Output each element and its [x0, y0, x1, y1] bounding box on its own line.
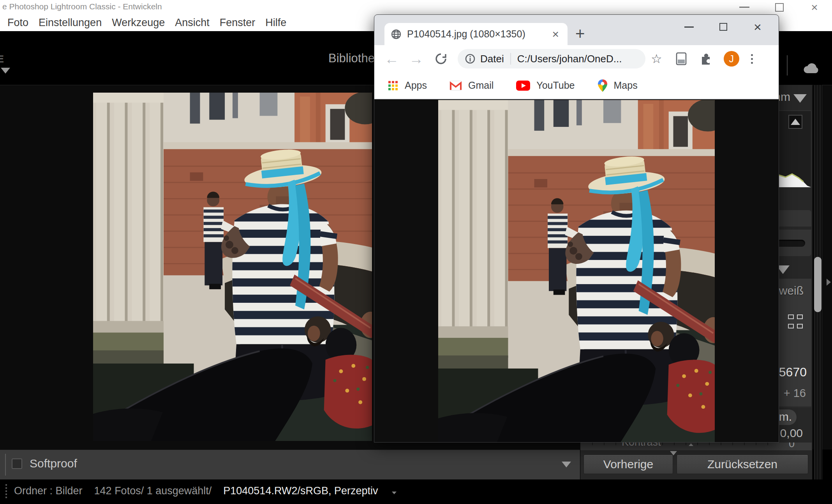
- maximize-icon: [719, 23, 727, 31]
- grid-square: [788, 324, 794, 328]
- chrome-content: [374, 99, 779, 443]
- chrome-photo-venice-gondolier[interactable]: [438, 100, 715, 443]
- maximize-icon: [775, 3, 784, 12]
- current-file-info[interactable]: P1040514.RW2/sRGB, Perzeptiv: [223, 485, 378, 497]
- panel-show-arrow-icon[interactable]: [827, 279, 831, 286]
- slider-ticks: [592, 443, 778, 445]
- bookmarks-bar: Apps Gmail YouTube: [374, 72, 779, 99]
- bookmark-label: Maps: [614, 80, 638, 91]
- minimize-icon: [684, 26, 694, 28]
- contrast-label: Kontrast: [622, 443, 661, 448]
- clipping-arrow-icon: [791, 119, 800, 125]
- menu-fenster[interactable]: Fenster: [215, 17, 261, 29]
- slider-thumb-icon[interactable]: [689, 443, 693, 446]
- omnibox-separator: [510, 53, 511, 65]
- bookmark-label: YouTube: [536, 80, 575, 91]
- lr-close-button[interactable]: ×: [797, 0, 832, 14]
- bookmark-gmail[interactable]: Gmail: [449, 80, 494, 91]
- highlight-clipping-button[interactable]: [788, 115, 802, 129]
- reset-button[interactable]: Zurücksetzen: [677, 455, 808, 474]
- new-tab-button[interactable]: +: [575, 26, 585, 41]
- panel-scrollbar[interactable]: [814, 257, 821, 312]
- minimize-icon: [739, 7, 749, 8]
- bookmark-label: Apps: [405, 80, 427, 91]
- lr-window-controls: ×: [727, 0, 832, 14]
- url-scheme: Datei: [480, 53, 504, 65]
- softproof-checkbox[interactable]: [12, 458, 22, 469]
- page-info-icon[interactable]: [465, 53, 476, 64]
- chrome-window: P1040514.jpg (1080×1350) × + × ← →: [374, 14, 779, 443]
- chrome-tab[interactable]: P1040514.jpg (1080×1350) ×: [384, 23, 568, 45]
- profile-avatar[interactable]: J: [724, 51, 739, 67]
- module-bibliothek[interactable]: Bibliothek: [328, 51, 374, 65]
- grid-square: [788, 314, 794, 319]
- screen: e Photoshop Lightroom Classic - Entwicke…: [0, 0, 832, 504]
- grid-square: [797, 314, 803, 319]
- left-panel-edge-glyph: E: [0, 54, 4, 65]
- back-button[interactable]: ←: [384, 52, 399, 66]
- lr-maximize-button[interactable]: [762, 0, 797, 14]
- toolbar-divider: [5, 454, 6, 476]
- menu-werkzeuge[interactable]: Werkzeuge: [107, 17, 170, 29]
- bookmark-maps[interactable]: Maps: [598, 79, 638, 92]
- softproof-label: Softproof: [30, 457, 77, 470]
- cloud-sync-icon[interactable]: [802, 61, 821, 76]
- grid-square: [797, 324, 803, 328]
- menu-foto[interactable]: Foto: [2, 17, 33, 29]
- bookmark-apps[interactable]: Apps: [388, 80, 427, 91]
- chrome-tabstrip: P1040514.jpg (1080×1350) × + ×: [374, 15, 779, 45]
- selection-count: 142 Fotos/ 1 ausgewählt/: [94, 485, 212, 497]
- chrome-maximize-button[interactable]: [706, 23, 740, 31]
- apps-grid-icon: [388, 80, 398, 91]
- chrome-minimize-button[interactable]: [672, 26, 706, 28]
- reload-button[interactable]: [434, 52, 448, 65]
- temp-value[interactable]: 5670: [779, 365, 807, 379]
- toolbar-actions: J: [675, 51, 753, 67]
- chrome-window-controls: ×: [672, 15, 775, 39]
- lr-minimize-button[interactable]: [727, 0, 762, 14]
- bookmark-label: Gmail: [468, 80, 494, 91]
- chrome-menu-icon[interactable]: [751, 54, 753, 64]
- filmstrip-handle[interactable]: [5, 484, 7, 499]
- lr-toolbar: Softproof: [0, 450, 580, 479]
- menu-ansicht[interactable]: Ansicht: [170, 17, 215, 29]
- contrast-value: 0: [789, 443, 795, 450]
- left-panel-collapse-icon[interactable]: [1, 68, 10, 74]
- menu-einstellungen[interactable]: Einstellungen: [33, 17, 107, 29]
- tint-value[interactable]: + 16: [784, 387, 806, 400]
- extensions-puzzle-icon[interactable]: [699, 52, 712, 65]
- globe-icon: [391, 29, 402, 40]
- close-icon: ×: [754, 19, 761, 35]
- tab-title: P1040514.jpg (1080×1350): [407, 28, 550, 40]
- youtube-icon: [516, 81, 530, 91]
- contrast-slider-row[interactable]: Kontrast 0: [580, 443, 812, 450]
- chrome-close-button[interactable]: ×: [740, 19, 775, 35]
- gmail-icon: [449, 81, 462, 91]
- chrome-toolbar: ← → Datei C:/Users/johan/OneD... ☆: [374, 45, 779, 72]
- bookmark-star-icon[interactable]: ☆: [651, 51, 662, 66]
- forward-button[interactable]: →: [409, 52, 423, 66]
- histogram-collapse-icon[interactable]: [793, 94, 807, 103]
- module-picker[interactable]: Bibliothek: [328, 51, 374, 65]
- previous-button[interactable]: Vorherige: [583, 455, 673, 474]
- maps-pin-icon: [598, 79, 608, 92]
- tab-close-button[interactable]: ×: [550, 28, 561, 41]
- folder-breadcrumb[interactable]: Ordner : Bilder: [14, 485, 83, 497]
- reading-list-icon[interactable]: [675, 52, 687, 66]
- url-text[interactable]: C:/Users/johan/OneD...: [517, 53, 638, 65]
- lr-photo-venice-gondolier[interactable]: [93, 93, 372, 441]
- menu-hilfe[interactable]: Hilfe: [260, 17, 291, 29]
- close-icon: ×: [811, 2, 818, 13]
- lr-window-title: e Photoshop Lightroom Classic - Entwicke…: [2, 2, 162, 11]
- profile-browser-icon[interactable]: [788, 313, 803, 330]
- bookmark-youtube[interactable]: YouTube: [516, 80, 575, 91]
- file-info-dropdown-icon[interactable]: [392, 492, 397, 494]
- exposure-value[interactable]: 0,00: [780, 427, 803, 440]
- address-bar[interactable]: Datei C:/Users/johan/OneD...: [458, 49, 645, 68]
- lr-statusbar: Ordner : Bilder 142 Fotos/ 1 ausgewählt/…: [0, 479, 832, 504]
- lr-titlebar: e Photoshop Lightroom Classic - Entwicke…: [0, 0, 832, 14]
- toolbar-options-icon[interactable]: [562, 462, 571, 467]
- topbar-separator: [787, 55, 788, 76]
